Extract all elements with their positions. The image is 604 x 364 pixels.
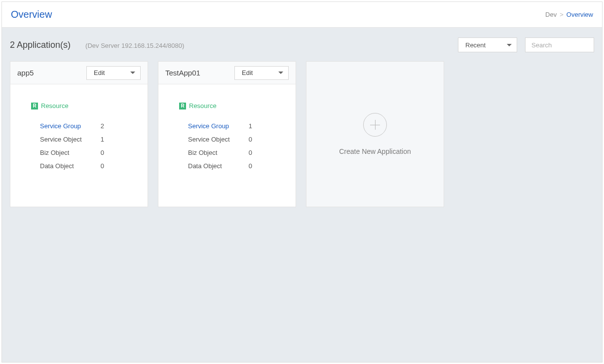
subheader: 2 Application(s) (Dev Server 192.168.15.… bbox=[10, 37, 594, 52]
resource-label: Resource bbox=[189, 102, 217, 109]
stat-row-service-object: Service Object 1 bbox=[40, 133, 104, 146]
stat-value: 0 bbox=[249, 136, 252, 143]
resource-header: R Resource bbox=[31, 102, 136, 109]
stat-row-biz-object: Biz Object 0 bbox=[40, 146, 104, 159]
chevron-down-icon bbox=[130, 72, 135, 74]
stat-row-data-object: Data Object 0 bbox=[188, 159, 252, 173]
chevron-down-icon bbox=[507, 44, 512, 46]
stat-row-service-group[interactable]: Service Group 2 bbox=[40, 119, 104, 133]
create-application-card[interactable]: Create New Application bbox=[306, 61, 444, 207]
stat-value: 0 bbox=[101, 149, 104, 156]
resource-badge-icon: R bbox=[31, 103, 38, 109]
resource-header: R Resource bbox=[179, 102, 284, 109]
server-info: (Dev Server 192.168.15.244/8080) bbox=[85, 42, 184, 49]
resource-badge-icon: R bbox=[179, 103, 186, 109]
stat-value: 0 bbox=[101, 162, 104, 170]
app-card-header: TestApp01 Edit bbox=[158, 62, 296, 84]
edit-label: Edit bbox=[242, 69, 253, 76]
stat-label: Data Object bbox=[188, 162, 222, 170]
create-application-label: Create New Application bbox=[339, 147, 411, 155]
stat-value: 0 bbox=[249, 149, 252, 156]
search-input[interactable] bbox=[525, 37, 594, 52]
stat-label: Data Object bbox=[40, 162, 74, 170]
stat-row-biz-object: Biz Object 0 bbox=[188, 146, 252, 159]
cards-row: app5 Edit R Resource Service Group 2 bbox=[10, 61, 594, 207]
resource-label: Resource bbox=[41, 102, 69, 109]
app-card-body: R Resource Service Group 2 Service Objec… bbox=[10, 84, 148, 173]
subheader-right: Recent bbox=[458, 37, 594, 52]
app-card-body: R Resource Service Group 1 Service Objec… bbox=[158, 84, 296, 173]
page-header: Overview Dev > Overview bbox=[2, 2, 602, 28]
plus-icon bbox=[363, 113, 387, 137]
stat-label: Biz Object bbox=[40, 149, 69, 156]
stat-label: Service Group bbox=[188, 122, 229, 130]
app-count-label: 2 Application(s) bbox=[10, 40, 71, 50]
stat-row-service-group[interactable]: Service Group 1 bbox=[188, 119, 252, 133]
app-card: app5 Edit R Resource Service Group 2 bbox=[10, 61, 148, 207]
stat-value: 1 bbox=[101, 136, 104, 143]
page-title: Overview bbox=[11, 9, 52, 20]
edit-dropdown[interactable]: Edit bbox=[86, 66, 141, 80]
breadcrumb: Dev > Overview bbox=[545, 11, 593, 18]
app-frame: Overview Dev > Overview 2 Application(s)… bbox=[1, 1, 603, 363]
stat-value: 2 bbox=[101, 122, 104, 130]
stats-list: Service Group 2 Service Object 1 Biz Obj… bbox=[40, 119, 136, 173]
stat-label: Service Object bbox=[188, 136, 230, 143]
app-card: TestApp01 Edit R Resource Service Group bbox=[158, 61, 296, 207]
stat-value: 0 bbox=[249, 162, 252, 170]
stat-label: Service Group bbox=[40, 122, 81, 130]
edit-dropdown[interactable]: Edit bbox=[234, 66, 289, 80]
breadcrumb-page[interactable]: Overview bbox=[566, 11, 593, 18]
stat-label: Service Object bbox=[40, 136, 82, 143]
subheader-left: 2 Application(s) (Dev Server 192.168.15.… bbox=[10, 40, 184, 50]
page-body: 2 Application(s) (Dev Server 192.168.15.… bbox=[2, 28, 602, 362]
stat-row-service-object: Service Object 0 bbox=[188, 133, 252, 146]
sort-selected-label: Recent bbox=[465, 41, 486, 49]
app-card-header: app5 Edit bbox=[10, 62, 148, 84]
stats-list: Service Group 1 Service Object 0 Biz Obj… bbox=[188, 119, 284, 173]
chevron-down-icon bbox=[278, 72, 283, 74]
stat-label: Biz Object bbox=[188, 149, 217, 156]
sort-dropdown[interactable]: Recent bbox=[458, 37, 517, 52]
app-name[interactable]: app5 bbox=[17, 69, 34, 77]
app-name[interactable]: TestApp01 bbox=[165, 69, 200, 77]
breadcrumb-sep: > bbox=[560, 11, 564, 18]
edit-label: Edit bbox=[94, 69, 105, 76]
stat-value: 1 bbox=[249, 122, 252, 130]
breadcrumb-env[interactable]: Dev bbox=[545, 11, 557, 18]
stat-row-data-object: Data Object 0 bbox=[40, 159, 104, 173]
